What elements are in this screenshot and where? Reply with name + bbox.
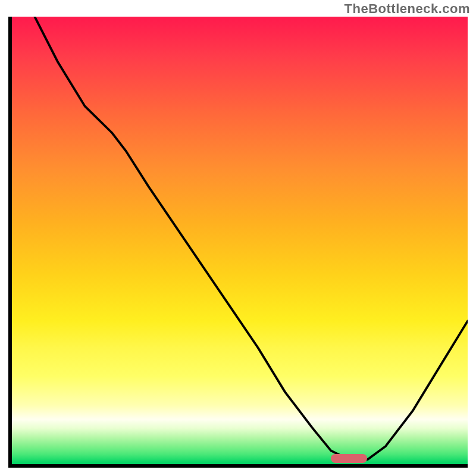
bottleneck-curve [35, 17, 468, 459]
plot-area [8, 17, 468, 468]
optimal-range-marker [331, 454, 367, 463]
watermark-text: TheBottleneck.com [345, 1, 470, 17]
chart-container: TheBottleneck.com [0, 0, 476, 476]
curve-layer [12, 17, 468, 464]
